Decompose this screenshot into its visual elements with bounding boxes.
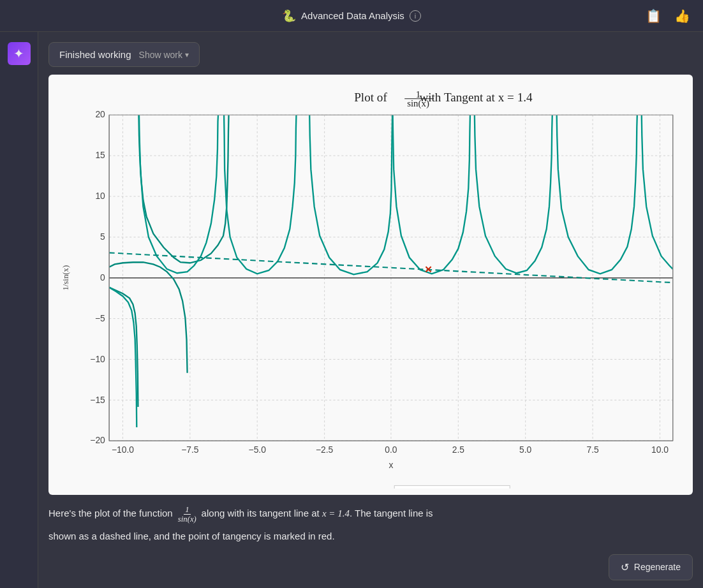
- svg-text:✕: ✕: [424, 265, 433, 275]
- regenerate-icon: ↺: [621, 561, 629, 573]
- regenerate-button[interactable]: ↺ Regenerate: [609, 554, 693, 580]
- plot-container: Plot of 1 sin(x) with Tangent at x = 1.4: [48, 75, 693, 495]
- show-work-button[interactable]: Show work ▾: [139, 50, 189, 60]
- svg-text:−5.0: −5.0: [249, 445, 267, 455]
- svg-text:7.5: 7.5: [586, 445, 599, 455]
- chevron-down-icon: ▾: [185, 50, 189, 59]
- svg-text:−10.0: −10.0: [112, 445, 134, 455]
- svg-text:Plot of: Plot of: [354, 91, 387, 104]
- regenerate-row: ↺ Regenerate: [48, 554, 693, 580]
- legend: 1/sin(x) Tangent at x = 1.4: [394, 485, 510, 488]
- description-text: Here's the plot of the function 1 sin(x)…: [48, 505, 693, 544]
- svg-text:5.0: 5.0: [519, 445, 532, 455]
- header-title: 🐍 Advanced Data Analysis i: [282, 9, 421, 23]
- avatar-icon: ✦: [13, 46, 24, 61]
- description-line2: shown as a dashed line, and the point of…: [48, 529, 693, 544]
- svg-text:2.5: 2.5: [452, 445, 465, 455]
- info-icon[interactable]: i: [410, 10, 421, 22]
- description-line1: Here's the plot of the function 1 sin(x)…: [48, 505, 693, 524]
- finished-working-bar[interactable]: Finished working Show work ▾: [48, 42, 200, 67]
- svg-rect-0: [55, 81, 686, 489]
- svg-text:15: 15: [95, 150, 105, 160]
- python-icon: 🐍: [282, 9, 296, 23]
- svg-rect-51: [394, 485, 510, 488]
- avatar: ✦: [8, 42, 31, 65]
- content-area: Finished working Show work ▾ Plot of 1: [38, 32, 703, 588]
- main-layout: ✦ Finished working Show work ▾ Plot of: [0, 32, 703, 588]
- svg-text:1/sin(x): 1/sin(x): [61, 265, 70, 291]
- plot-svg: Plot of 1 sin(x) with Tangent at x = 1.4: [55, 81, 686, 489]
- svg-text:5: 5: [100, 232, 105, 242]
- sidebar: ✦: [0, 32, 38, 588]
- show-work-label: Show work: [139, 50, 182, 60]
- svg-text:0.0: 0.0: [385, 445, 397, 455]
- tangency-point: ✕: [424, 265, 433, 275]
- svg-text:10.0: 10.0: [651, 445, 669, 455]
- svg-text:−5: −5: [95, 313, 105, 323]
- svg-text:0: 0: [100, 272, 105, 283]
- svg-text:−15: −15: [90, 395, 105, 405]
- svg-text:−2.5: −2.5: [316, 445, 334, 455]
- svg-text:20: 20: [95, 109, 105, 119]
- svg-text:−10: −10: [90, 354, 105, 364]
- svg-text:x: x: [389, 460, 393, 470]
- finished-label: Finished working: [59, 49, 131, 60]
- svg-text:10: 10: [95, 191, 105, 201]
- header: 🐍 Advanced Data Analysis i 📋 👍: [0, 0, 703, 32]
- regenerate-label: Regenerate: [634, 562, 681, 572]
- svg-text:with Tangent at x = 1.4: with Tangent at x = 1.4: [419, 91, 533, 104]
- copy-button[interactable]: 📋: [643, 6, 664, 26]
- thumbsup-button[interactable]: 👍: [672, 6, 693, 26]
- svg-text:−20: −20: [90, 435, 105, 445]
- header-actions: 📋 👍: [643, 6, 693, 26]
- svg-text:−7.5: −7.5: [181, 445, 199, 455]
- app-title: Advanced Data Analysis: [301, 10, 404, 21]
